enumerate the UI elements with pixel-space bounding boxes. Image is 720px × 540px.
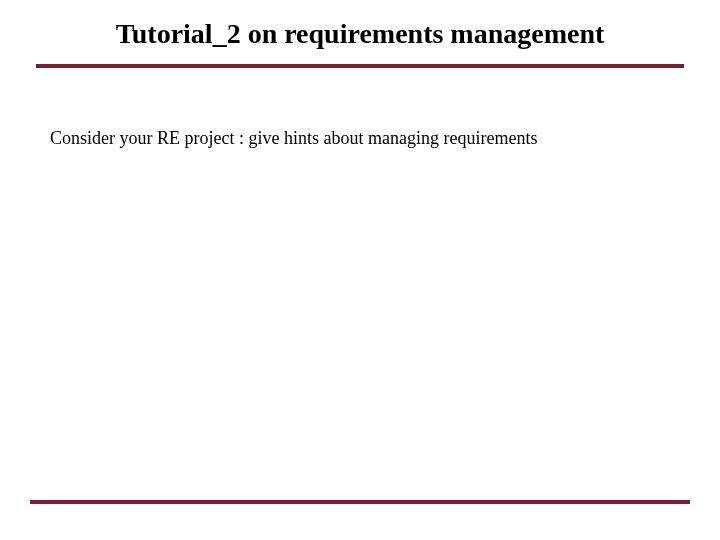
slide-container: Tutorial_2 on requirements management Co… [0, 0, 720, 540]
title-divider [36, 64, 684, 68]
slide-title: Tutorial_2 on requirements management [0, 0, 720, 64]
slide-body-text: Consider your RE project : give hints ab… [50, 128, 720, 149]
footer-divider [30, 500, 690, 504]
